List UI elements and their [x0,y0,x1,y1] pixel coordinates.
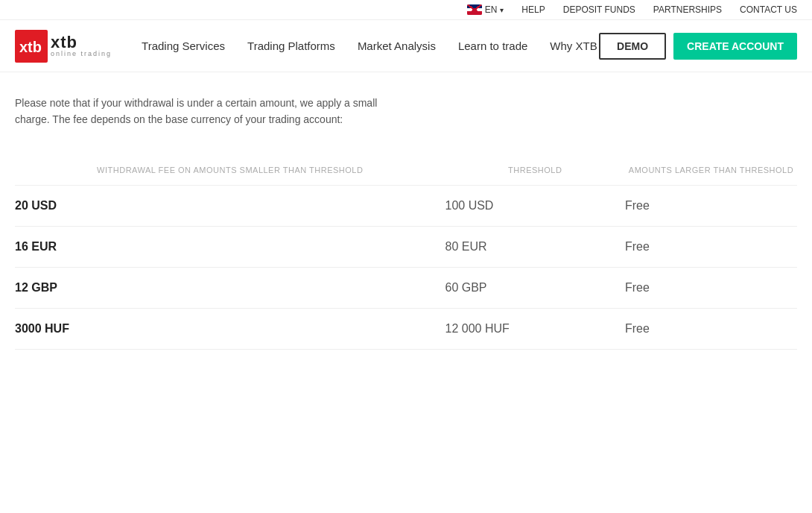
create-account-button[interactable]: CREATE ACCOUNT [673,33,797,60]
notice-text: Please note that if your withdrawal is u… [15,95,387,128]
table-row: 3000 HUF 12 000 HUF Free [15,308,797,349]
nav-links: Trading Services Trading Platforms Marke… [142,40,599,52]
col-header-fee: WITHDRAWAL FEE ON AMOUNTS SMALLER THAN T… [15,158,445,186]
logo-subtitle: online trading [51,51,112,57]
threshold-cell: 60 GBP [445,267,626,308]
nav-trading-platforms[interactable]: Trading Platforms [247,40,335,52]
language-label: EN [485,4,498,15]
nav-actions: DEMO CREATE ACCOUNT [599,33,797,60]
uk-flag-icon [467,4,482,15]
threshold-cell: 100 USD [445,185,626,226]
nav-trading-services[interactable]: Trading Services [142,40,225,52]
table-row: 20 USD 100 USD Free [15,185,797,226]
nav-market-analysis[interactable]: Market Analysis [358,40,436,52]
threshold-cell: 80 EUR [445,226,626,267]
col-header-threshold: THRESHOLD [445,158,626,186]
larger-cell: Free [625,226,797,267]
larger-cell: Free [625,308,797,349]
chevron-down-icon: ▾ [500,6,504,14]
partnerships-link[interactable]: PARTNERSHIPS [653,4,722,15]
fee-cell: 3000 HUF [15,308,445,349]
table-row: 12 GBP 60 GBP Free [15,267,797,308]
col-header-larger: AMOUNTS LARGER THAN THRESHOLD [625,158,797,186]
fee-cell: 16 EUR [15,226,445,267]
logo-icon: xtb [15,30,48,63]
contact-link[interactable]: CONTACT US [740,4,797,15]
nav-why-xtb[interactable]: Why XTB [550,40,597,52]
main-nav: xtb xtb online trading Trading Services … [0,20,812,72]
fee-cell: 12 GBP [15,267,445,308]
table-row: 16 EUR 80 EUR Free [15,226,797,267]
demo-button[interactable]: DEMO [599,33,666,60]
threshold-cell: 12 000 HUF [445,308,626,349]
logo-text: xtb online trading [51,34,112,57]
top-bar: EN ▾ HELP DEPOSIT FUNDS PARTNERSHIPS CON… [0,0,812,20]
page-content: Please note that if your withdrawal is u… [0,72,812,365]
help-link[interactable]: HELP [521,4,545,15]
logo-name: xtb [51,34,112,51]
fee-table: WITHDRAWAL FEE ON AMOUNTS SMALLER THAN T… [15,158,797,350]
larger-cell: Free [625,185,797,226]
fee-cell: 20 USD [15,185,445,226]
svg-text:xtb: xtb [19,39,42,55]
logo[interactable]: xtb xtb online trading [15,30,112,63]
language-selector[interactable]: EN ▾ [467,4,504,15]
nav-learn-to-trade[interactable]: Learn to trade [458,40,527,52]
larger-cell: Free [625,267,797,308]
deposit-link[interactable]: DEPOSIT FUNDS [563,4,635,15]
